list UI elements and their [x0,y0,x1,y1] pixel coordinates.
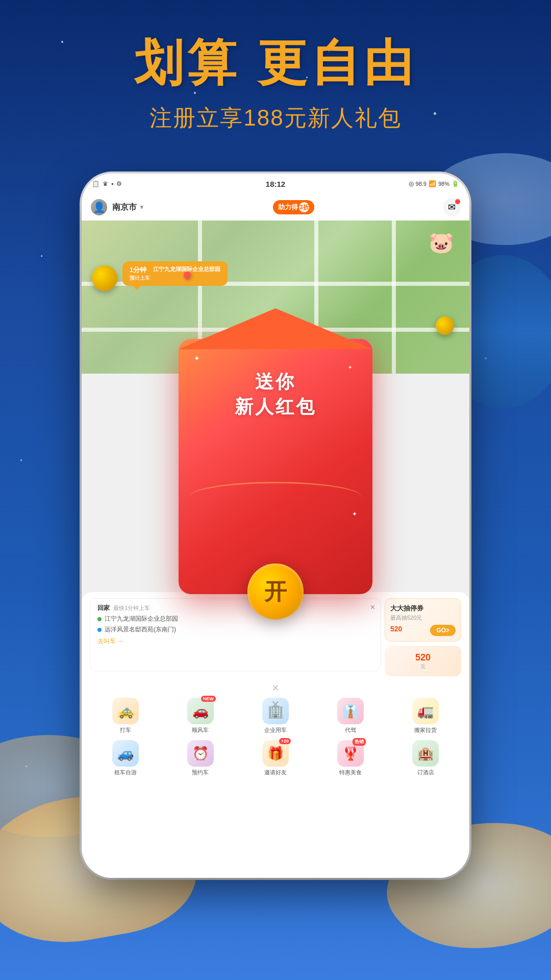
arc-decoration [189,482,362,512]
red-packet-content: 送你 新人红包 [235,370,316,420]
gold-ball-left [92,265,117,291]
status-time: 18:12 [266,180,285,188]
status-bar: 📋 ♛ ▪ ⚙ 18:12 ◎ 98.9 📶 98% 🔋 [82,174,469,194]
route-origin-dot [97,617,102,621]
red-packet-flap [179,308,372,349]
avatar: 👤 [90,198,108,216]
route-dest-dot [97,628,102,632]
message-icon: ✉ [448,202,456,213]
location-icon: ◎ [409,180,414,187]
notification-dot [455,199,460,204]
signal-text: 98.9 [416,181,427,187]
gold-ball-right [436,316,454,335]
city-selector[interactable]: 南京市 ▼ [112,202,145,213]
open-label: 开 [264,577,287,607]
crown-icon: ♛ [103,180,108,187]
app-header: 👤 南京市 ▼ 助力得 3折 ✉ [82,194,469,220]
status-icons-left: 📋 ♛ ▪ ⚙ [92,180,122,187]
phone-frame: 📋 ♛ ▪ ⚙ 18:12 ◎ 98.9 📶 98% 🔋 👤 南京市 [82,174,469,878]
header-section: 划算 更自由 注册立享188元新人礼包 [0,31,551,133]
avatar-img: 👤 [91,199,107,215]
wifi-icon: 📶 [429,180,436,187]
promo-badge[interactable]: 助力得 3折 [273,200,314,214]
city-name: 南京市 [112,202,137,213]
sparkle-2: ✦ [348,364,352,370]
red-packet-line1: 送你 [235,370,316,395]
mascot-icon: 🐷 [429,231,454,255]
sparkle-3: ✦ [352,510,357,518]
sparkle-1: ✦ [194,354,200,362]
red-packet-overlay: ✦ ✦ ✦ 送你 新人红包 开 × [102,276,449,776]
phone-inner: 📋 ♛ ▪ ⚙ 18:12 ◎ 98.9 📶 98% 🔋 👤 南京市 [82,174,469,878]
battery-text: 98% [438,181,449,187]
promo-discount: 3折 [299,202,309,212]
open-button[interactable]: 开 [247,564,304,620]
settings-icon: ⚙ [116,180,122,187]
close-x-icon: × [271,696,280,712]
bottom-close-btn[interactable]: × [271,696,280,713]
promo-text: 助力得 [278,203,298,212]
status-icons-right: ◎ 98.9 📶 98% 🔋 [409,180,459,187]
message-icon-btn[interactable]: ✉ [443,198,461,216]
red-packet-card[interactable]: ✦ ✦ ✦ 送你 新人红包 开 [179,339,372,594]
sim-icon: ▪ [111,180,113,187]
chevron-down-icon: ▼ [139,204,145,211]
red-packet-line2: 新人红包 [235,395,316,420]
pickup-time: 1分钟 [130,265,150,275]
sub-title: 注册立享188元新人礼包 [0,103,551,133]
main-title: 划算 更自由 [0,31,551,97]
notification-icon: 📋 [92,180,99,187]
battery-icon: 🔋 [452,180,459,187]
